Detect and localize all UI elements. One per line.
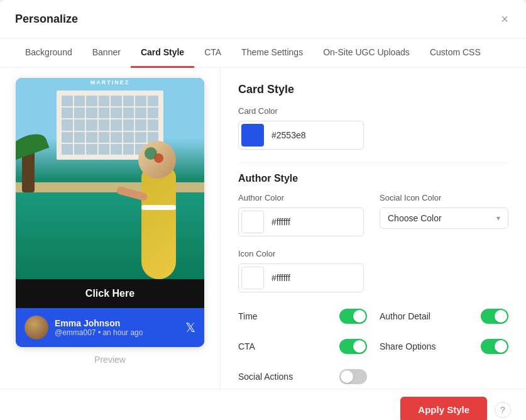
author-color-row: Author Color Social Icon Color Choose Co… [238,193,508,249]
window [86,96,97,106]
window [62,119,73,130]
author-info: Emma Johnson @emma007 • an hour ago [25,316,143,340]
window [135,108,146,118]
card-image: MARTINEZ [16,78,204,279]
preview-panel: MARTINEZ [0,68,220,389]
toggle-author-detail-row: Author Detail [380,305,508,328]
help-button[interactable]: ? [495,402,511,418]
toggle-time-row: Time [238,305,367,328]
window [74,96,85,106]
window [86,132,97,143]
toggle-time-label: Time [238,311,258,321]
author-handle: @emma007 • an hour ago [55,328,143,337]
window [62,144,73,155]
author-color-input[interactable] [238,207,364,236]
toggle-share-options-row: Share Options [380,335,508,358]
close-button[interactable]: × [498,10,511,28]
toggle-social-actions-label: Social Actions [238,372,293,382]
author-name: Emma Johnson [55,318,143,328]
window [62,96,73,106]
social-icon-color-dropdown[interactable]: Choose Color ▾ [380,207,508,229]
icon-color-swatch[interactable] [241,267,264,289]
author-color-label: Author Color [238,193,367,202]
social-icon-color-group: Social Icon Color Choose Color ▾ [380,193,508,236]
belt [141,205,176,210]
window [123,119,134,130]
window [99,144,110,155]
tabs-bar: Background Banner Card Style CTA Theme S… [0,38,526,68]
toggle-cta-row: CTA [238,335,367,358]
window [111,108,122,118]
window [99,96,110,106]
window [111,96,122,106]
dialog-title: Personalize [15,13,78,26]
icon-color-group: Icon Color [238,249,508,292]
toggle-share-options-label: Share Options [380,341,436,351]
avatar [25,316,48,340]
author-color-hex[interactable] [266,212,364,232]
twitter-icon: 𝕏 [185,320,195,335]
window [148,108,159,118]
icon-color-input[interactable] [238,263,364,292]
toggle-time[interactable] [339,309,367,324]
icon-color-hex[interactable] [266,268,364,288]
card-color-group: Card Color [238,106,508,150]
card-color-hex[interactable] [266,125,364,145]
dialog-footer: Apply Style ? [0,389,526,420]
window [86,144,97,155]
toggle-share-options-knob [495,340,507,353]
dialog-header: Personalize × [0,0,526,38]
toggle-section: Time Author Detail CTA [238,305,508,388]
main-content: MARTINEZ [0,68,526,389]
card-color-input[interactable] [238,121,364,150]
author-color-group: Author Color [238,193,367,236]
avatar-image [25,316,48,340]
window [74,119,85,130]
window [135,119,146,130]
hotel-name-text: MARTINEZ [90,79,130,86]
card-color-swatch[interactable] [241,124,264,146]
toggle-social-actions-row: Social Actions [238,365,367,388]
dress [141,166,176,279]
window [74,108,85,118]
toggle-cta[interactable] [339,339,367,354]
toggle-social-actions-knob [341,370,353,383]
author-color-swatch[interactable] [241,211,264,233]
toggle-cta-label: CTA [238,341,255,351]
window [99,108,110,118]
tab-card-style[interactable]: Card Style [131,38,194,68]
social-icon-color-label: Social Icon Color [380,193,508,202]
cta-button[interactable]: Click Here [16,279,204,308]
card-preview: MARTINEZ [16,78,204,347]
window [123,144,134,155]
social-icon-color-value: Choose Color [388,213,442,223]
window [86,119,97,130]
tab-cta[interactable]: CTA [194,38,231,68]
window [99,119,110,130]
personalize-dialog: Personalize × Background Banner Card Sty… [0,0,526,420]
hat [138,141,176,179]
card-style-title: Card Style [238,83,508,96]
tab-background[interactable]: Background [15,38,82,68]
window [148,119,159,130]
toggle-share-options[interactable] [481,339,508,354]
tab-custom-css[interactable]: Custom CSS [420,38,491,68]
window [86,108,97,118]
tab-banner[interactable]: Banner [82,38,131,68]
tab-theme-settings[interactable]: Theme Settings [231,38,313,68]
window [62,132,73,143]
hat-detail2 [154,153,163,163]
person-figure [135,135,192,279]
toggle-social-actions[interactable] [339,369,367,384]
chevron-down-icon: ▾ [496,214,500,223]
apply-style-button[interactable]: Apply Style [400,397,487,420]
window [111,132,122,143]
card-color-label: Card Color [238,106,508,116]
toggle-author-detail-knob [495,310,507,323]
tab-ugc-uploads[interactable]: On-Site UGC Uploads [313,38,420,68]
divider [238,162,508,163]
window [135,96,146,106]
toggle-author-detail[interactable] [481,309,508,324]
icon-color-label: Icon Color [238,249,508,258]
toggle-author-detail-label: Author Detail [380,311,430,321]
